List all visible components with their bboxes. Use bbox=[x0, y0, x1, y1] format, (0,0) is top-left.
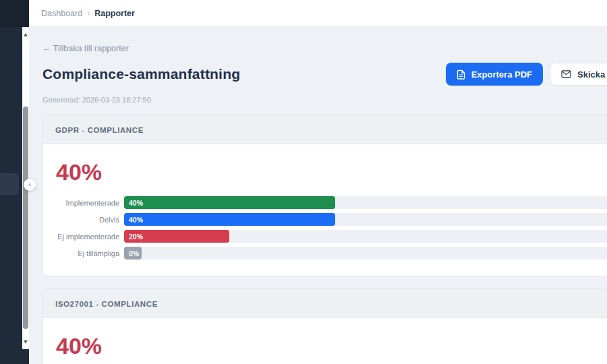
card-title: ISO27001 - COMPLIANCE bbox=[55, 300, 158, 308]
breadcrumb-rapporter: Rapporter bbox=[94, 9, 135, 18]
bar-track: 20% bbox=[124, 230, 607, 243]
generated-timestamp: Genererad: 2026-03-23 18:27:50 bbox=[42, 96, 607, 104]
bar-fill: 20% bbox=[124, 230, 229, 243]
bar-value-label: 40% bbox=[124, 199, 143, 207]
page-header: Compliance-sammanfattning Exportera PDF bbox=[42, 63, 607, 86]
sidebar-logo-area bbox=[0, 0, 29, 27]
bar-row: Implementerade 40% bbox=[55, 196, 607, 209]
bar-value-label: 20% bbox=[124, 233, 143, 241]
compliance-cards: GDPR - COMPLIANCE 40% Implementerade 40%… bbox=[42, 115, 607, 364]
bar-track: 0% bbox=[124, 247, 607, 260]
header-actions: Exportera PDF Skicka via bbox=[446, 63, 607, 86]
bar-value-label: 0% bbox=[124, 249, 139, 257]
card-title: GDPR - COMPLIANCE bbox=[55, 126, 144, 134]
topbar: Dashboard › Rapporter bbox=[29, 0, 607, 27]
bar-track: 40% bbox=[124, 213, 607, 226]
bar-row: Ej tillämpliga 0% bbox=[55, 247, 607, 260]
compliance-card: ISO27001 - COMPLIANCE 40% Implementerade… bbox=[42, 289, 607, 364]
bar-value-label: 40% bbox=[124, 216, 143, 224]
bar-track: 40% bbox=[124, 196, 607, 209]
bar-label: Ej tillämpliga bbox=[55, 249, 119, 257]
sidebar-active-item[interactable] bbox=[0, 173, 19, 195]
file-document-icon bbox=[457, 69, 465, 80]
bar-fill: 0% bbox=[124, 247, 142, 260]
card-header: GDPR - COMPLIANCE bbox=[43, 115, 607, 144]
bar-fill: 40% bbox=[124, 213, 335, 226]
chevron-left-icon: ‹ bbox=[28, 181, 30, 188]
breadcrumb-separator-icon: › bbox=[87, 9, 90, 18]
page-title: Compliance-sammanfattning bbox=[42, 66, 240, 82]
bar-row: Delvis 40% bbox=[55, 213, 607, 226]
card-header: ISO27001 - COMPLIANCE bbox=[43, 289, 607, 318]
breadcrumb: Dashboard › Rapporter bbox=[41, 9, 135, 18]
export-pdf-label: Exportera PDF bbox=[471, 69, 532, 80]
scroll-up-arrow-icon[interactable] bbox=[22, 30, 29, 39]
send-email-label: Skicka via bbox=[577, 69, 607, 80]
breadcrumb-dashboard[interactable]: Dashboard bbox=[41, 9, 82, 18]
bar-row: Ej implementerade 20% bbox=[55, 230, 607, 243]
export-pdf-button[interactable]: Exportera PDF bbox=[446, 63, 543, 86]
bar-label: Delvis bbox=[55, 216, 119, 224]
scrollbar-thumb[interactable] bbox=[23, 107, 28, 329]
main-content: ← Tillbaka till rapporter Compliance-sam… bbox=[29, 27, 607, 364]
envelope-icon bbox=[561, 70, 571, 78]
bar-label: Ej implementerade bbox=[55, 233, 119, 241]
bar-fill: 40% bbox=[124, 196, 335, 209]
send-email-button[interactable]: Skicka via bbox=[550, 63, 607, 86]
back-to-reports-link[interactable]: ← Tillbaka till rapporter bbox=[42, 44, 129, 53]
scroll-down-arrow-icon[interactable] bbox=[22, 337, 29, 346]
compliance-card: GDPR - COMPLIANCE 40% Implementerade 40%… bbox=[42, 115, 607, 276]
compliance-score: 40% bbox=[56, 334, 607, 357]
bar-rows: Implementerade 40% Delvis 40% Ej impleme… bbox=[55, 196, 607, 260]
compliance-score: 40% bbox=[56, 160, 607, 183]
sidebar-collapse-toggle[interactable]: ‹ bbox=[24, 179, 36, 191]
card-body: 40% Implementerade 40% Delvis 40% Ej imp… bbox=[43, 144, 607, 276]
card-body: 40% Implementerade 40% bbox=[43, 318, 607, 364]
bar-label: Implementerade bbox=[55, 199, 119, 207]
